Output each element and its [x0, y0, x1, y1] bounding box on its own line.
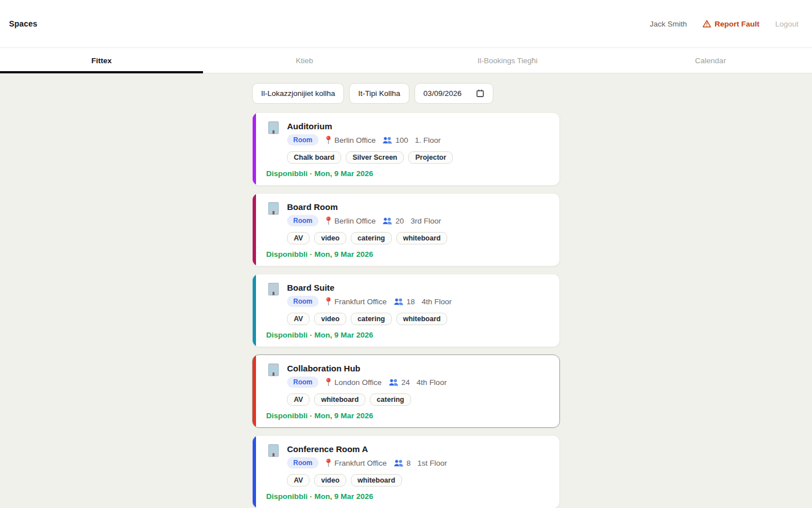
capacity-icon [394, 459, 404, 467]
room-tag: AV [287, 474, 310, 487]
room-card[interactable]: Conference Room A Room Frankfurt Office [252, 435, 560, 508]
location-filter-select[interactable]: Il-Lokazzjonijiet kollha [252, 83, 344, 104]
room-availability-status: Disponibbli · Mon, 9 Mar 2026 [266, 411, 550, 420]
room-capacity: 18 [407, 297, 415, 306]
room-tag: AV [287, 393, 310, 406]
room-capacity: 24 [401, 378, 410, 387]
filter-row: Il-Lokazzjonijiet kollha It-Tipi Kollha … [252, 83, 560, 104]
room-tags: AVvideocateringwhiteboard [287, 232, 550, 244]
room-list: Auditorium Room Berlin Office [252, 112, 560, 508]
room-card[interactable]: Collaboration Hub Room London Office [252, 354, 560, 428]
type-filter-select[interactable]: It-Tipi Kollha [349, 83, 409, 104]
tab-bar: Fittex Ktieb Il-Bookings Tiegħi Calendar [0, 48, 812, 73]
tab-ktieb[interactable]: Ktieb [203, 48, 406, 73]
tab-my-bookings[interactable]: Il-Bookings Tiegħi [406, 48, 609, 73]
room-tags: AVvideocateringwhiteboard [287, 313, 550, 325]
location-pin-icon [325, 135, 332, 144]
room-tag: video [314, 474, 346, 487]
room-accent-bar [253, 436, 256, 508]
room-card[interactable]: Board Suite Room Frankfurt Office [252, 274, 560, 347]
room-capacity: 20 [395, 217, 404, 225]
room-location: Berlin Office [334, 217, 376, 225]
room-tags: Chalk boardSilver ScreenProjector [287, 151, 550, 164]
room-tag: catering [351, 232, 392, 244]
room-card[interactable]: Board Room Room Berlin Office [252, 193, 560, 266]
room-tag: AV [287, 313, 310, 325]
room-location: Berlin Office [334, 136, 376, 144]
room-accent-bar [253, 113, 256, 185]
report-fault-button[interactable]: Report Fault [703, 20, 760, 28]
room-floor: 1st Floor [417, 459, 447, 467]
room-tag: video [314, 232, 346, 244]
tab-calendar[interactable]: Calendar [609, 48, 812, 73]
room-tag: whiteboard [314, 393, 365, 406]
room-location: London Office [334, 378, 382, 387]
room-name: Conference Room A [287, 443, 447, 454]
location-pin-icon [325, 378, 332, 387]
calendar-icon[interactable] [476, 89, 484, 98]
room-floor: 4th Floor [417, 378, 447, 387]
tab-fittex[interactable]: Fittex [0, 48, 203, 73]
room-tag: Chalk board [287, 151, 341, 164]
room-location: Frankfurt Office [334, 459, 387, 467]
building-icon [266, 362, 281, 388]
main-content: Il-Lokazzjonijiet kollha It-Tipi Kollha … [252, 73, 560, 508]
room-tag: Projector [408, 151, 453, 164]
room-tag: Silver Screen [346, 151, 404, 164]
report-fault-label: Report Fault [714, 20, 760, 28]
room-type-badge: Room [287, 215, 319, 226]
location-pin-icon [325, 297, 332, 306]
building-icon [266, 120, 281, 146]
room-name: Collaboration Hub [287, 362, 447, 373]
date-input[interactable]: 03/09/2026 [414, 83, 494, 104]
room-card[interactable]: Auditorium Room Berlin Office [252, 112, 560, 186]
room-tag: catering [351, 313, 392, 325]
warning-icon [703, 20, 711, 28]
room-location: Frankfurt Office [334, 297, 387, 306]
building-icon [266, 443, 281, 468]
room-type-badge: Room [287, 457, 319, 468]
room-capacity: 100 [395, 136, 408, 144]
room-floor: 1. Floor [415, 136, 441, 144]
room-name: Auditorium [287, 120, 441, 131]
location-pin-icon [325, 458, 332, 467]
capacity-icon [382, 137, 392, 144]
room-availability-status: Disponibbli · Mon, 9 Mar 2026 [266, 331, 550, 339]
logout-button[interactable]: Logout [775, 20, 798, 28]
user-name: Jack Smith [650, 20, 687, 28]
location-pin-icon [325, 216, 332, 225]
room-availability-status: Disponibbli · Mon, 9 Mar 2026 [266, 492, 550, 501]
room-availability-status: Disponibbli · Mon, 9 Mar 2026 [266, 250, 550, 259]
room-tag: video [314, 313, 346, 325]
room-type-badge: Room [287, 376, 319, 388]
capacity-icon [382, 217, 392, 225]
app-title: Spaces [9, 19, 37, 28]
room-accent-bar [253, 194, 256, 266]
room-capacity: 8 [407, 459, 411, 467]
room-availability-status: Disponibbli · Mon, 9 Mar 2026 [266, 169, 550, 178]
room-floor: 4th Floor [422, 297, 452, 306]
room-tag: catering [370, 393, 411, 406]
room-tag: whiteboard [396, 313, 448, 325]
capacity-icon [394, 298, 404, 305]
room-accent-bar [253, 274, 256, 347]
room-type-badge: Room [287, 296, 319, 307]
room-floor: 3rd Floor [411, 217, 441, 225]
room-tags: AVwhiteboardcatering [287, 393, 550, 406]
room-name: Board Room [287, 201, 441, 212]
room-tag: whiteboard [351, 474, 402, 487]
room-tag: whiteboard [396, 232, 448, 244]
building-icon [266, 201, 281, 226]
capacity-icon [389, 379, 399, 386]
room-type-badge: Room [287, 134, 319, 146]
building-icon [266, 282, 281, 307]
room-accent-bar [253, 355, 256, 427]
date-value: 03/09/2026 [423, 89, 462, 98]
room-name: Board Suite [287, 282, 452, 292]
room-tags: AVvideowhiteboard [287, 474, 550, 487]
app-header: Spaces Jack Smith Report Fault Logout [0, 0, 812, 48]
room-tag: AV [287, 232, 310, 244]
